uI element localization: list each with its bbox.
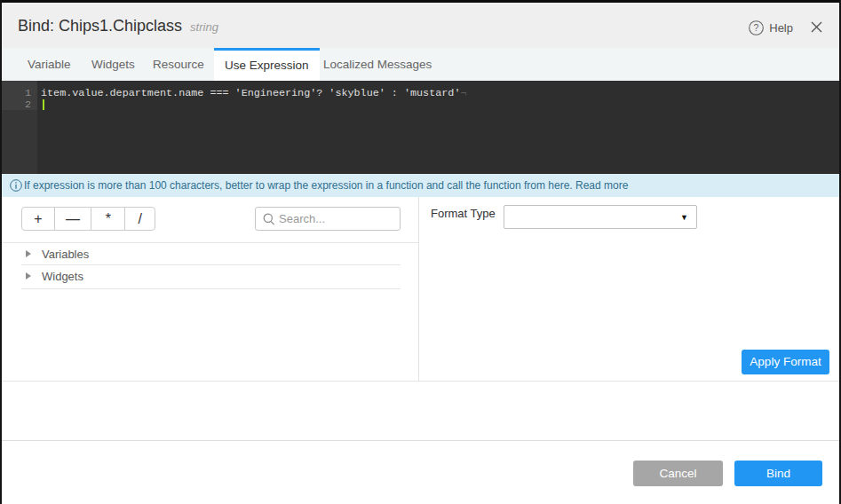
svg-text:?: ?: [754, 22, 759, 33]
